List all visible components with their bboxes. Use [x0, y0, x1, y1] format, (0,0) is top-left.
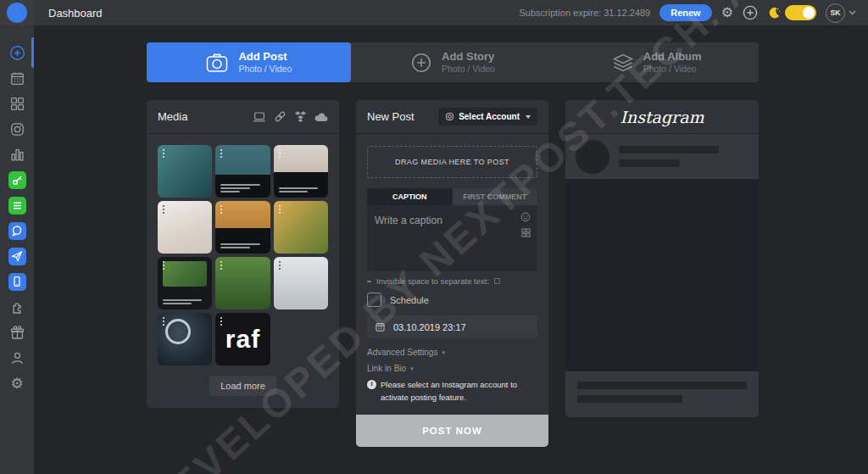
caret-down-icon: [526, 115, 531, 119]
sidebar-item-settings[interactable]: ⚙: [0, 371, 34, 396]
gift-icon: [9, 325, 25, 341]
thumbnail-menu-icon[interactable]: [220, 149, 222, 158]
sidebar-item-instagram[interactable]: [0, 116, 34, 142]
sidebar-item-tools[interactable]: [0, 167, 34, 192]
tab-sublabel: Photo / Video: [442, 64, 495, 75]
drag-media-dropzone[interactable]: DRAG MEDIA HERE TO POST: [367, 146, 537, 178]
datetime-input[interactable]: 03.10.2019 23:17: [367, 315, 537, 338]
sidebar-item-calendar[interactable]: [0, 65, 34, 91]
media-thumbnail[interactable]: [274, 145, 328, 198]
datetime-value: 03.10.2019 23:17: [393, 322, 466, 332]
link-icon[interactable]: [274, 110, 287, 123]
select-account-button[interactable]: Select Account: [438, 108, 537, 125]
sidebar-item-telegram[interactable]: [0, 243, 34, 269]
instagram-icon: [9, 121, 25, 137]
sidebar-item-users[interactable]: [0, 345, 34, 371]
thumbnail-text: raf: [215, 313, 270, 365]
caption-tab[interactable]: CAPTION: [367, 188, 453, 205]
thumbnail-menu-icon[interactable]: [163, 149, 164, 158]
thumbnail-caption-lines: [220, 182, 263, 192]
invisible-space-row[interactable]: Invisible space to separate text:: [367, 276, 537, 286]
media-thumbnail[interactable]: [215, 145, 270, 198]
sidebar-item-apps[interactable]: [0, 91, 34, 116]
account-notice: i Please select an Instagram account to …: [367, 379, 537, 404]
calendar-icon: [9, 70, 25, 86]
select-account-label: Select Account: [459, 112, 520, 121]
media-thumbnail[interactable]: [215, 201, 270, 254]
link-in-bio-label: Link in Bio: [367, 364, 406, 373]
thumbnail-menu-icon[interactable]: [279, 205, 281, 214]
moon-icon: [767, 6, 781, 20]
sidebar-item-rewards[interactable]: [0, 320, 34, 345]
tab-add-story[interactable]: Add Story Photo / Video: [351, 42, 555, 82]
thumbnail-menu-icon[interactable]: [163, 261, 164, 270]
ring-light: [165, 319, 191, 344]
sidebar-item-statistics[interactable]: [0, 142, 34, 167]
avatar: SK: [826, 3, 845, 23]
post-now-button[interactable]: POST NOW: [356, 415, 548, 447]
username-placeholder: [619, 146, 719, 153]
thumbnail-menu-icon[interactable]: [163, 205, 164, 214]
caret-down-icon: ▾: [442, 349, 445, 356]
sidebar-item-add-post[interactable]: [0, 40, 34, 65]
sidebar-item-lists[interactable]: [0, 192, 34, 218]
media-thumbnail[interactable]: [274, 257, 328, 309]
chevron-down-icon: [849, 10, 856, 15]
link-in-bio-toggle[interactable]: Link in Bio ▾: [367, 364, 537, 373]
media-thumbnail[interactable]: raf: [215, 313, 270, 365]
thumbnail-caption-lines: [163, 298, 205, 304]
media-thumbnail[interactable]: [158, 201, 212, 254]
thumbnail-menu-icon[interactable]: [220, 205, 222, 214]
tab-sublabel: Photo / Video: [643, 64, 702, 75]
invisible-space-label: Invisible space to separate text:: [376, 276, 489, 286]
caret-down-icon: ▾: [410, 365, 414, 372]
tab-add-post[interactable]: Add Post Photo / Video: [147, 42, 351, 82]
media-panel: Media raf Load more: [147, 100, 339, 408]
laptop-icon[interactable]: [253, 111, 266, 123]
thumbnail-menu-icon[interactable]: [220, 261, 222, 270]
gear-icon: ⚙: [10, 376, 23, 391]
emoji-icon[interactable]: [520, 212, 531, 222]
media-thumbnail[interactable]: [215, 257, 270, 309]
caption-placeholder-line: [577, 395, 682, 403]
media-thumbnail[interactable]: [158, 145, 212, 198]
thumbnail-menu-icon[interactable]: [220, 317, 222, 326]
instagram-logo-text: Instagram: [565, 100, 759, 134]
user-menu[interactable]: SK: [826, 3, 856, 23]
caption-input[interactable]: Write a caption: [367, 205, 537, 271]
thumbnail-caption-lines: [220, 242, 263, 248]
gear-icon[interactable]: ⚙: [721, 6, 733, 20]
grid-icon: [9, 96, 25, 112]
tab-add-album[interactable]: Add Album Photo / Video: [554, 42, 759, 82]
plus-circle-icon[interactable]: [743, 5, 758, 20]
sidebar-item-addons[interactable]: [0, 294, 34, 320]
app-logo[interactable]: [0, 0, 34, 25]
post-image-placeholder: [565, 179, 759, 371]
renew-button[interactable]: Renew: [659, 4, 711, 21]
dark-mode-toggle[interactable]: [785, 5, 816, 20]
plus-circle-icon: [410, 52, 432, 74]
media-grid: raf: [147, 134, 339, 365]
media-thumbnail[interactable]: [158, 257, 212, 309]
camera-icon: [205, 52, 229, 74]
dropbox-icon[interactable]: [294, 110, 307, 123]
chat-icon: [11, 225, 23, 237]
sidebar-item-chat[interactable]: [0, 218, 34, 243]
thumbnail-image: [163, 261, 207, 287]
topbar: Dashboard Subscription expire: 31.12.248…: [0, 0, 868, 25]
media-thumbnail[interactable]: [274, 201, 328, 254]
first-comment-tab[interactable]: FIRST COMMENT: [453, 188, 538, 205]
sidebar-item-mobile[interactable]: [0, 269, 34, 294]
advanced-settings-toggle[interactable]: Advanced Settings ▾: [367, 348, 537, 357]
template-grid-icon[interactable]: [521, 228, 531, 237]
cloud-icon[interactable]: [314, 112, 328, 122]
active-indicator: [31, 37, 34, 68]
media-thumbnail[interactable]: [158, 313, 212, 365]
load-more-button[interactable]: Load more: [209, 376, 276, 396]
thumbnail-menu-icon[interactable]: [163, 317, 164, 326]
info-icon: i: [367, 380, 376, 389]
calendar-icon: [375, 321, 386, 332]
thumbnail-menu-icon[interactable]: [279, 261, 281, 270]
thumbnail-menu-icon[interactable]: [279, 149, 281, 158]
schedule-checkbox[interactable]: [367, 293, 381, 307]
